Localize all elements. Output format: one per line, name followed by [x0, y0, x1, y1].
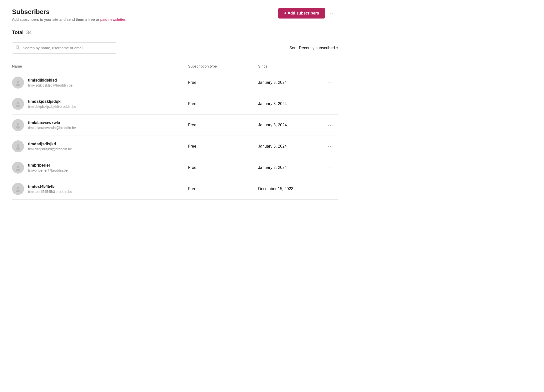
avatar: [12, 77, 24, 89]
subscriber-info: timdskjdskljsdqkl tim+dskjdskljsdqkl@bro…: [12, 98, 188, 110]
svg-point-9: [16, 147, 20, 150]
subscription-type: Free: [188, 187, 258, 191]
toolbar: Sort: Recently subscribed ▾: [12, 42, 338, 54]
search-wrapper: [12, 42, 117, 54]
subscriber-email: tim+lsdjkldsklsd@broddin.be: [28, 83, 73, 87]
avatar: [12, 98, 24, 110]
subscriber-info: timlalaxwxwxwla tim+lalaxwxwxwla@broddin…: [12, 119, 188, 131]
subscriber-details: timdskjdskljsdqkl tim+dskjdskljsdqkl@bro…: [28, 99, 76, 109]
subscriber-details: timtest454545 tim+test454545@broddin.be: [28, 184, 72, 194]
subscriber-email: tim+test454545@broddin.be: [28, 190, 72, 194]
subscriber-name: timbrjberjer: [28, 163, 68, 168]
paid-newsletter-link[interactable]: paid newsletter.: [100, 17, 126, 22]
svg-point-6: [17, 123, 19, 126]
col-since: Since: [258, 64, 323, 68]
subscription-type: Free: [188, 123, 258, 127]
total-label: Total: [12, 30, 24, 35]
subscriber-list: timlsdjkldsklsd tim+lsdjkldsklsd@broddin…: [12, 72, 338, 200]
table-row: timlsdjkldsklsd tim+lsdjkldsklsd@broddin…: [12, 72, 338, 93]
row-more-button[interactable]: ···: [323, 100, 338, 108]
page-header: Subscribers Add subscribers to your site…: [12, 8, 338, 22]
table-row: timdsdjsdlsjkd tim+dsdjsdlsjkd@broddin.b…: [12, 136, 338, 157]
since-date: December 15, 2023: [258, 187, 323, 191]
total-section: Total 34: [12, 30, 338, 35]
subscriber-name: timdsdjsdlsjkd: [28, 142, 72, 146]
subscriber-info: timbrjberjer tim+brjberjer@broddin.be: [12, 162, 188, 174]
table-row: timdskjdskljsdqkl tim+dskjdskljsdqkl@bro…: [12, 93, 338, 115]
svg-point-5: [16, 105, 20, 107]
svg-point-2: [17, 81, 19, 83]
svg-point-4: [17, 102, 19, 104]
col-actions: [323, 64, 338, 68]
row-more-button[interactable]: ···: [323, 121, 338, 129]
page-title: Subscribers: [12, 8, 126, 16]
svg-point-13: [16, 190, 20, 192]
svg-point-3: [16, 84, 20, 86]
avatar: [12, 183, 24, 195]
subscriber-name: timlsdjkldsklsd: [28, 78, 73, 83]
avatar: [12, 162, 24, 174]
subscriber-details: timlsdjkldsklsd tim+lsdjkldsklsd@broddin…: [28, 78, 73, 87]
subscription-type: Free: [188, 165, 258, 170]
page-description: Add subscribers to your site and send th…: [12, 17, 126, 22]
svg-point-12: [17, 187, 19, 189]
add-subscribers-button[interactable]: + Add subscribers: [278, 8, 325, 19]
row-more-button[interactable]: ···: [323, 185, 338, 193]
table-header: Name Subscription type Since: [12, 62, 338, 71]
svg-point-7: [16, 126, 20, 129]
subscription-type: Free: [188, 102, 258, 106]
row-more-button[interactable]: ···: [323, 164, 338, 172]
col-subscription-type: Subscription type: [188, 64, 258, 68]
since-date: January 3, 2024: [258, 102, 323, 106]
svg-point-11: [16, 169, 20, 171]
avatar: [12, 119, 24, 131]
subscriber-email: tim+lalaxwxwxwla@broddin.be: [28, 126, 76, 130]
sort-button[interactable]: Sort: Recently subscribed ▾: [289, 46, 338, 50]
subscriber-name: timtest454545: [28, 184, 72, 189]
row-more-button[interactable]: ···: [323, 142, 338, 151]
since-date: January 3, 2024: [258, 123, 323, 127]
subscriber-email: tim+brjberjer@broddin.be: [28, 168, 68, 172]
since-date: January 3, 2024: [258, 144, 323, 149]
since-date: January 3, 2024: [258, 165, 323, 170]
table-row: timtest454545 tim+test454545@broddin.be …: [12, 178, 338, 200]
header-right: + Add subscribers ···: [278, 8, 338, 19]
since-date: January 3, 2024: [258, 80, 323, 85]
subscriber-info: timlsdjkldsklsd tim+lsdjkldsklsd@broddin…: [12, 77, 188, 89]
col-name: Name: [12, 64, 188, 68]
subscriber-name: timlalaxwxwxwla: [28, 121, 76, 125]
subscriber-name: timdskjdskljsdqkl: [28, 99, 76, 104]
avatar: [12, 140, 24, 152]
subscriber-details: timdsdjsdlsjkd tim+dsdjsdlsjkd@broddin.b…: [28, 142, 72, 151]
subscription-type: Free: [188, 144, 258, 149]
subscriber-info: timtest454545 tim+test454545@broddin.be: [12, 183, 188, 195]
search-input[interactable]: [12, 42, 117, 54]
svg-point-8: [17, 144, 19, 147]
subscriber-info: timdsdjsdlsjkd tim+dsdjsdlsjkd@broddin.b…: [12, 140, 188, 152]
table-row: timbrjberjer tim+brjberjer@broddin.be Fr…: [12, 157, 338, 178]
subscriber-details: timbrjberjer tim+brjberjer@broddin.be: [28, 163, 68, 172]
sort-label: Sort: Recently subscribed: [289, 46, 335, 50]
svg-line-1: [19, 48, 20, 49]
search-icon: [16, 45, 20, 51]
svg-point-10: [17, 166, 19, 168]
subscriber-details: timlalaxwxwxwla tim+lalaxwxwxwla@broddin…: [28, 121, 76, 130]
table-row: timlalaxwxwxwla tim+lalaxwxwxwla@broddin…: [12, 115, 338, 136]
subscriber-email: tim+dskjdskljsdqkl@broddin.be: [28, 105, 76, 109]
total-count: 34: [26, 30, 32, 35]
subscriber-email: tim+dsdjsdlsjkd@broddin.be: [28, 147, 72, 151]
more-options-button[interactable]: ···: [328, 8, 338, 19]
header-left: Subscribers Add subscribers to your site…: [12, 8, 126, 22]
subscription-type: Free: [188, 80, 258, 85]
row-more-button[interactable]: ···: [323, 79, 338, 87]
chevron-down-icon: ▾: [336, 46, 338, 50]
